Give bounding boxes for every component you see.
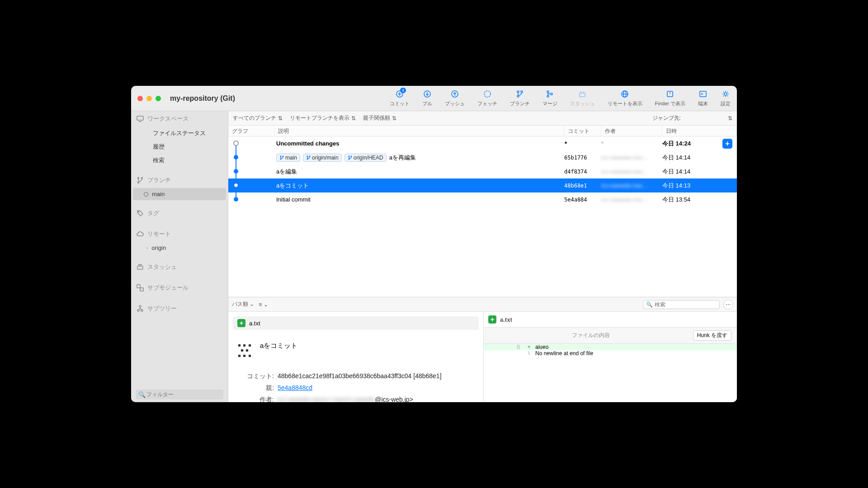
col-graph[interactable]: グラフ — [228, 126, 274, 136]
app-window: my-repository (Git) 4 コミット プル プッシュ フェッチ — [131, 86, 737, 402]
minimize-icon[interactable] — [146, 96, 152, 101]
parent-commit-link[interactable]: 5e4a8848cd — [278, 384, 312, 391]
push-button[interactable]: プッシュ — [445, 89, 465, 107]
svg-rect-14 — [580, 93, 585, 97]
settings-button[interactable]: 設定 — [721, 89, 731, 107]
gear-icon — [721, 89, 730, 99]
sidebar-search[interactable]: 検索 — [131, 154, 228, 167]
diff-panel: + a.txt ファイルの内容 Hunk を戻す 0 + aiueo — [484, 312, 737, 402]
commit-header: aをコミット — [228, 334, 483, 367]
svg-rect-54 — [243, 344, 245, 347]
column-headers: グラフ 説明 コミット 作者 日時 — [228, 126, 737, 136]
branch-tag-main[interactable]: main — [276, 154, 300, 162]
sidebar-stashes[interactable]: スタッシュ — [131, 259, 228, 275]
svg-rect-58 — [238, 355, 241, 357]
diff-line-added[interactable]: 0 + aiueo — [484, 344, 737, 350]
sidebar-history[interactable]: 履歴 — [131, 140, 228, 154]
stash-button[interactable]: スタッシュ — [570, 89, 595, 107]
diff-search-input[interactable] — [655, 301, 717, 308]
branch-tag-origin-main[interactable]: origin/main — [303, 154, 342, 162]
branch-icon — [137, 177, 144, 184]
all-branches-dropdown[interactable]: すべてのブランチ ⇅ — [233, 114, 283, 122]
sidebar-subtrees[interactable]: サブツリー — [131, 301, 228, 316]
circle-icon — [144, 192, 148, 197]
sidebar-branch-main[interactable]: main — [133, 188, 226, 200]
sidebar-workspace[interactable]: ワークスペース — [131, 111, 228, 127]
changed-file[interactable]: + a.txt — [233, 316, 479, 330]
svg-point-23 — [724, 93, 727, 95]
terminal-button[interactable]: 端末 — [698, 89, 708, 107]
sidebar-branches[interactable]: ブランチ — [131, 173, 228, 188]
branch-icon — [348, 155, 352, 160]
commit-list: Uncommitted changes * * 今日 14:24+ main o… — [228, 136, 737, 206]
svg-rect-59 — [243, 355, 245, 357]
fetch-button[interactable]: フェッチ — [477, 89, 497, 107]
monitor-icon — [137, 115, 144, 122]
sidebar-file-status[interactable]: ファイルステータス — [131, 127, 228, 140]
close-icon[interactable] — [137, 96, 143, 101]
commit-title: aをコミット — [260, 341, 297, 361]
filter-input[interactable] — [136, 389, 223, 399]
svg-point-45 — [280, 159, 281, 160]
commit-author: ics-sawada-naomi <naomi.sawada@ics-web.j… — [278, 396, 477, 402]
col-commit[interactable]: コミット — [564, 126, 601, 136]
svg-point-26 — [138, 178, 139, 179]
commit-row[interactable]: aを編集 d4f8374 ics-sawada-nao… 今日 14:14 — [228, 164, 737, 178]
svg-point-52 — [351, 156, 352, 157]
branch-button[interactable]: ブランチ — [510, 89, 530, 107]
merge-button[interactable]: マージ — [542, 89, 557, 107]
hunk-header: ファイルの内容 Hunk を戻す — [484, 327, 737, 344]
commit-row[interactable]: Initial commit 5e4a884 ics-sawada-nao… 今… — [228, 192, 737, 206]
diff-options-button[interactable]: ⋯ — [723, 300, 733, 310]
jump-to-dropdown[interactable]: ジャンプ先: ⇅ — [652, 114, 732, 122]
added-badge: + — [488, 315, 496, 324]
maximize-icon[interactable] — [156, 96, 161, 101]
svg-point-44 — [280, 156, 281, 157]
svg-point-48 — [307, 159, 308, 160]
stage-all-button[interactable]: + — [722, 139, 732, 149]
show-remote-button[interactable]: リモートを表示 — [608, 89, 642, 107]
show-finder-button[interactable]: Finder で表示 — [655, 89, 685, 107]
branch-icon — [306, 155, 311, 160]
search-icon: 🔍 — [138, 391, 146, 398]
sidebar-remote-origin[interactable]: › origin — [131, 242, 228, 254]
col-author[interactable]: 作者 — [601, 126, 662, 136]
path-order-dropdown[interactable]: パス順 ⌄ — [232, 300, 254, 308]
updown-icon: ⇅ — [278, 115, 283, 122]
col-desc[interactable]: 説明 — [274, 126, 564, 136]
col-date[interactable]: 日時 — [662, 126, 737, 136]
branch-icon — [515, 89, 524, 99]
svg-point-29 — [138, 211, 139, 212]
svg-point-32 — [141, 264, 142, 265]
middle-bar: パス順 ⌄ ≡ ⌄ 🔍 ⋯ — [228, 297, 737, 312]
commit-row[interactable]: aをコミット 48b68e1 ics-sawada-nao… 今日 14:13 — [228, 178, 737, 192]
commit-badge: 4 — [400, 88, 406, 93]
filter-bar: すべてのブランチ ⇅ リモートブランチを表示 ⇅ 親子関係順 ⇅ ジャンプ先: … — [228, 111, 737, 126]
commit-metadata: コミット:48b68e1cac21e98f1a03be66938c6baa43f… — [228, 372, 483, 402]
updown-icon: ⇅ — [351, 115, 356, 122]
show-remote-dropdown[interactable]: リモートブランチを表示 ⇅ — [290, 114, 356, 122]
sidebar-tags[interactable]: タグ — [131, 206, 228, 221]
branch-tag-origin-head[interactable]: origin/HEAD — [344, 154, 387, 162]
order-dropdown[interactable]: 親子関係順 ⇅ — [363, 114, 396, 122]
diff-search[interactable]: 🔍 — [643, 300, 720, 309]
revert-hunk-button[interactable]: Hunk を戻す — [693, 330, 731, 341]
svg-rect-30 — [137, 266, 143, 269]
commit-button[interactable]: 4 コミット — [390, 89, 410, 107]
svg-rect-33 — [137, 285, 140, 288]
traffic-lights — [137, 96, 161, 101]
search-icon: 🔍 — [646, 301, 653, 308]
sidebar: ワークスペース ファイルステータス 履歴 検索 ブランチ main タグ リモー… — [131, 111, 228, 402]
svg-point-11 — [547, 91, 549, 93]
sidebar-remotes[interactable]: リモート — [131, 226, 228, 242]
svg-point-28 — [142, 178, 143, 179]
view-mode-dropdown[interactable]: ≡ ⌄ — [259, 301, 268, 308]
commit-row[interactable]: main origin/main origin/HEAD aを再編集 65b17… — [228, 150, 737, 164]
tag-icon — [137, 210, 144, 217]
pull-button[interactable]: プル — [422, 89, 432, 107]
terminal-icon — [698, 89, 708, 99]
commit-row[interactable]: Uncommitted changes * * 今日 14:24+ — [228, 136, 737, 150]
chevron-down-icon: ⌄ — [264, 301, 268, 308]
svg-point-13 — [551, 93, 552, 95]
sidebar-submodules[interactable]: サブモジュール — [131, 280, 228, 296]
